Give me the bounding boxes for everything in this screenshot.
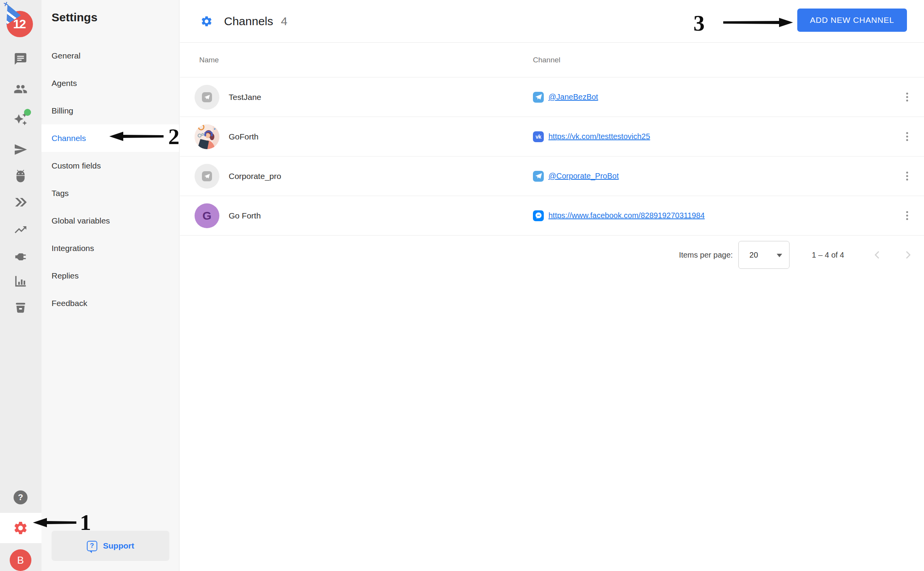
support-glyph: ?: [90, 542, 94, 550]
row-menu-button[interactable]: [898, 168, 915, 185]
channel-avatar: [195, 164, 219, 189]
help-icon[interactable]: ?: [14, 490, 28, 504]
sidebar-item-global-variables[interactable]: Global variables: [41, 207, 179, 234]
bar-chart-icon[interactable]: [14, 274, 28, 288]
annotation-step-2: 2: [168, 126, 179, 148]
channel-name: TestJane: [229, 93, 261, 102]
settings-gear-icon[interactable]: [13, 520, 28, 536]
telegram-icon: [202, 92, 212, 102]
channel-cell: @JaneBezBot: [533, 77, 598, 117]
send-icon[interactable]: [14, 143, 28, 157]
brand-logo[interactable]: 12 ✕: [7, 11, 33, 37]
app-window: 12 ✕: [0, 0, 924, 571]
next-page-button[interactable]: [899, 246, 916, 263]
main-content: Channels 4 ADD NEW CHANNEL Name Channel …: [180, 0, 924, 571]
channel-name: Corporate_pro: [229, 172, 281, 181]
row-menu-button[interactable]: [898, 89, 915, 106]
sidebar-title: Settings: [52, 11, 97, 24]
support-label: Support: [103, 541, 134, 550]
page-header: Channels 4 ADD NEW CHANNEL: [180, 0, 924, 43]
sidebar-item-label: Tags: [52, 189, 69, 198]
pagination-bar: Items per page: 20 1 – 4 of 4: [180, 236, 924, 274]
annotation-step-1: 1: [80, 511, 91, 534]
support-question-icon: ?: [87, 541, 97, 551]
messenger-icon: [533, 210, 544, 221]
items-per-page-select[interactable]: 20: [738, 241, 790, 269]
sidebar-item-agents[interactable]: Agents: [41, 69, 179, 97]
avatar-letter: G: [202, 209, 211, 222]
plug-icon[interactable]: [14, 250, 28, 264]
channel-link[interactable]: @JaneBezBot: [548, 93, 598, 101]
row-menu-button[interactable]: [898, 128, 915, 145]
annotation-step-3: 3: [693, 12, 705, 34]
channel-name: GoForth: [229, 132, 259, 141]
row-menu-button[interactable]: [898, 207, 915, 224]
sidebar-item-label: General: [52, 51, 81, 60]
icon-rail: 12 ✕: [0, 0, 41, 571]
sidebar-item-integrations[interactable]: Integrations: [41, 234, 179, 262]
channels-count: 4: [281, 15, 288, 28]
sidebar-item-tags[interactable]: Tags: [41, 179, 179, 207]
vk-logo-text: vk: [536, 134, 541, 140]
annotation-arrow-2: [109, 131, 164, 141]
sidebar-item-label: Custom fields: [52, 161, 101, 170]
items-per-page-value: 20: [750, 251, 758, 260]
channel-avatar: [195, 124, 219, 149]
sparkle-icon[interactable]: [14, 112, 28, 126]
page-title: Channels: [224, 15, 273, 28]
annotation-arrow-3: [723, 17, 793, 28]
channels-gear-icon: [200, 15, 213, 28]
column-header-name: Name: [199, 56, 219, 64]
user-avatar[interactable]: B: [10, 549, 31, 571]
support-button[interactable]: ? Support: [52, 531, 169, 561]
sidebar-item-feedback[interactable]: Feedback: [41, 289, 179, 317]
telegram-icon: [533, 92, 544, 103]
table-row: GoForth vk https://vk.com/testtestovich2…: [180, 117, 924, 157]
chat-icon[interactable]: [14, 52, 28, 66]
people-icon[interactable]: [14, 82, 28, 96]
sidebar-item-general[interactable]: General: [41, 42, 179, 69]
channel-link[interactable]: https://www.facebook.com/828919270311984: [548, 211, 705, 220]
table-header-row: Name Channel: [180, 43, 924, 77]
settings-sidebar: Settings General Agents Billing Channels…: [41, 0, 179, 571]
table-row: Corporate_pro @Corporate_ProBot: [180, 157, 924, 196]
sidebar-item-label: Channels: [52, 134, 86, 143]
channel-cell: https://www.facebook.com/828919270311984: [533, 196, 705, 235]
sidebar-item-replies[interactable]: Replies: [41, 262, 179, 289]
notification-dot: [24, 109, 31, 116]
telegram-icon: [202, 171, 212, 181]
sidebar-item-billing[interactable]: Billing: [41, 97, 179, 124]
sidebar-item-label: Integrations: [52, 244, 94, 253]
vk-icon: vk: [533, 131, 544, 142]
annotation-arrow-1: [33, 518, 76, 528]
channel-link[interactable]: @Corporate_ProBot: [548, 172, 619, 181]
android-icon[interactable]: [14, 169, 28, 183]
trending-up-icon[interactable]: [14, 223, 28, 237]
items-per-page-label: Items per page:: [679, 251, 733, 260]
telegram-icon: [533, 171, 544, 182]
user-avatar-initial: B: [17, 554, 24, 566]
help-glyph: ?: [18, 492, 23, 502]
column-header-channel: Channel: [533, 56, 560, 64]
pagination-range: 1 – 4 of 4: [812, 251, 844, 260]
sidebar-item-label: Global variables: [52, 216, 110, 225]
double-arrow-right-icon[interactable]: [14, 195, 28, 209]
channel-cell: vk https://vk.com/testtestovich25: [533, 117, 650, 156]
archive-icon[interactable]: [14, 300, 28, 314]
channel-name: Go Forth: [229, 211, 261, 220]
chevron-down-icon: [777, 254, 782, 257]
settings-menu: General Agents Billing Channels Custom f…: [41, 42, 179, 317]
channel-link[interactable]: https://vk.com/testtestovich25: [548, 132, 650, 141]
table-row: TestJane @JaneBezBot: [180, 77, 924, 117]
channel-cell: @Corporate_ProBot: [533, 157, 619, 196]
sidebar-item-custom-fields[interactable]: Custom fields: [41, 152, 179, 179]
sidebar-item-label: Agents: [52, 79, 77, 88]
channel-avatar: G: [195, 203, 219, 228]
sidebar-item-label: Feedback: [52, 299, 87, 308]
sidebar-item-label: Replies: [52, 271, 79, 280]
table-row: G Go Forth https://www.facebook.com/8289…: [180, 196, 924, 236]
previous-page-button[interactable]: [869, 246, 886, 263]
add-new-channel-button[interactable]: ADD NEW CHANNEL: [797, 9, 907, 32]
channel-avatar: [195, 85, 219, 110]
sidebar-item-label: Billing: [52, 106, 73, 115]
